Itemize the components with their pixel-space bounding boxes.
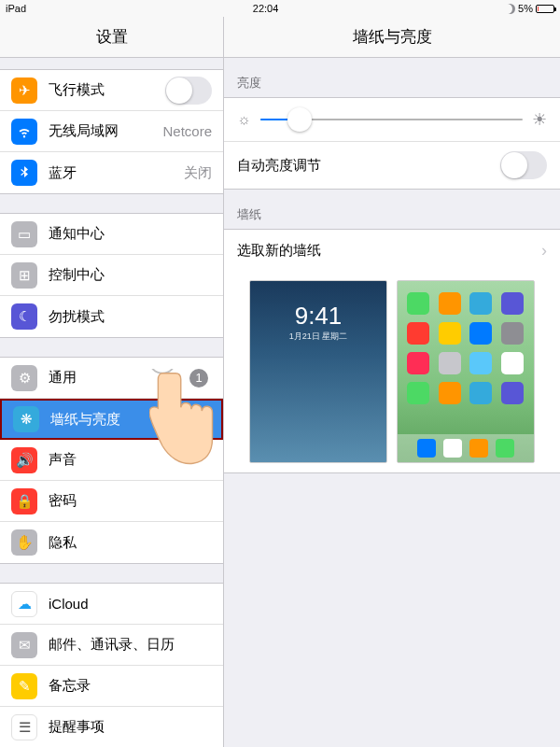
- preview-dock-icon: [417, 439, 436, 458]
- sidebar-item-value: 关闭: [184, 164, 212, 182]
- preview-app-icon: [407, 382, 429, 404]
- sidebar-item-label: 飞行模式: [49, 81, 165, 99]
- icloud-icon: ☁: [11, 591, 37, 617]
- preview-app-icon: [407, 292, 429, 315]
- preview-app-icon: [501, 292, 524, 315]
- device-label: iPad: [6, 3, 26, 14]
- sidebar-group-notify: ▭ 通知中心 ⊞ 控制中心 ☾ 勿扰模式: [0, 213, 223, 338]
- sidebar-item-notes[interactable]: ✎ 备忘录: [0, 666, 223, 707]
- sidebar-item-label: 通用: [49, 369, 189, 387]
- preview-app-icon: [501, 322, 524, 345]
- lock-preview-time: 9:41: [250, 302, 386, 331]
- preview-app-icon: [469, 382, 492, 404]
- sidebar-item-bluetooth[interactable]: 蓝牙 关闭: [0, 152, 223, 193]
- sidebar-item-wallpaper[interactable]: ❋ 墙纸与亮度: [0, 399, 223, 440]
- airplane-toggle[interactable]: [165, 77, 212, 105]
- auto-brightness-toggle[interactable]: [500, 151, 547, 179]
- sidebar-item-label: 墙纸与亮度: [50, 411, 210, 429]
- dnd-icon: ☾: [11, 303, 37, 330]
- preview-app-icon: [439, 352, 461, 374]
- sidebar-item-label: 蓝牙: [49, 164, 184, 182]
- preview-dock-icon: [443, 439, 462, 458]
- sidebar-item-notifications[interactable]: ▭ 通知中心: [0, 214, 223, 255]
- detail-title: 墙纸与亮度: [224, 17, 560, 58]
- wallpaper-icon: ❋: [13, 406, 39, 432]
- homescreen-preview[interactable]: [397, 280, 535, 463]
- brightness-slider-row: ☼ ☀: [224, 98, 560, 141]
- sun-large-icon: ☀: [532, 109, 547, 130]
- sidebar-item-control-center[interactable]: ⊞ 控制中心: [0, 255, 223, 296]
- passcode-icon: 🔒: [11, 488, 37, 514]
- brightness-panel: ☼ ☀ 自动亮度调节: [224, 97, 560, 190]
- general-icon: ⚙: [11, 365, 37, 391]
- preview-app-icon: [501, 352, 524, 374]
- lock-preview-date: 1月21日 星期二: [250, 331, 386, 343]
- preview-dock-icon: [496, 439, 514, 458]
- preview-app-icon: [469, 352, 492, 374]
- wallpaper-previews: 9:41 1月21日 星期二: [224, 271, 560, 472]
- airplane-icon: ✈: [11, 78, 37, 104]
- sidebar-item-label: 提醒事项: [49, 718, 212, 736]
- privacy-icon: ✋: [11, 529, 37, 556]
- notification-icon: ▭: [11, 221, 37, 247]
- select-wallpaper-row[interactable]: 选取新的墙纸 ›: [224, 230, 560, 271]
- sidebar-group-apps: ☁ iCloud ✉ 邮件、通讯录、日历 ✎ 备忘录 ☰ 提醒事项 💬 信息 📷: [0, 583, 223, 747]
- sidebar-item-sounds[interactable]: 🔊 声音: [0, 440, 223, 481]
- wallpaper-panel: 选取新的墙纸 › 9:41 1月21日 星期二: [224, 229, 560, 473]
- sidebar-item-label: iCloud: [49, 596, 212, 612]
- sidebar-item-label: 勿扰模式: [49, 308, 212, 326]
- lockscreen-preview[interactable]: 9:41 1月21日 星期二: [249, 280, 387, 463]
- notes-icon: ✎: [11, 673, 37, 699]
- bluetooth-icon: [11, 160, 37, 186]
- reminders-icon: ☰: [11, 714, 37, 740]
- sidebar-group-network: ✈ 飞行模式 无线局域网 Netcore 蓝牙 关闭: [0, 69, 223, 194]
- preview-app-icon: [439, 382, 461, 404]
- select-wallpaper-label: 选取新的墙纸: [237, 242, 541, 260]
- mail-icon: ✉: [11, 632, 37, 658]
- sidebar-item-value: Netcore: [162, 123, 212, 139]
- preview-app-icon: [469, 322, 492, 345]
- status-bar: iPad 22:04 5%: [0, 0, 560, 17]
- preview-app-icon: [469, 292, 492, 315]
- battery-percent: 5%: [518, 3, 533, 14]
- preview-app-icon: [407, 322, 429, 345]
- wallpaper-header: 墙纸: [224, 190, 560, 229]
- sidebar-item-label: 密码: [49, 492, 212, 510]
- sidebar-item-reminders[interactable]: ☰ 提醒事项: [0, 707, 223, 747]
- sun-small-icon: ☼: [237, 111, 251, 128]
- sidebar-item-label: 隐私: [49, 534, 212, 552]
- chevron-right-icon: ›: [541, 241, 547, 261]
- preview-app-icon: [439, 292, 461, 315]
- sidebar-item-label: 声音: [49, 451, 212, 469]
- auto-brightness-label: 自动亮度调节: [237, 157, 500, 175]
- brightness-slider[interactable]: [260, 119, 523, 120]
- preview-dock-icon: [469, 439, 488, 458]
- sidebar-group-device: ⚙ 通用 1 ❋ 墙纸与亮度 🔊 声音 🔒 密码 ✋ 隐私: [0, 357, 223, 564]
- sidebar-item-wifi[interactable]: 无线局域网 Netcore: [0, 111, 223, 152]
- sidebar-item-label: 邮件、通讯录、日历: [49, 636, 212, 654]
- preview-app-icon: [407, 352, 429, 374]
- sounds-icon: 🔊: [11, 447, 37, 473]
- status-time: 22:04: [26, 3, 505, 14]
- auto-brightness-row: 自动亮度调节: [224, 141, 560, 189]
- sidebar-item-dnd[interactable]: ☾ 勿扰模式: [0, 296, 223, 337]
- sidebar-item-mail[interactable]: ✉ 邮件、通讯录、日历: [0, 625, 223, 666]
- sidebar-item-label: 控制中心: [49, 266, 212, 284]
- dnd-moon-icon: [505, 4, 515, 14]
- detail-pane: 墙纸与亮度 亮度 ☼ ☀ 自动亮度调节 墙纸 选取新的墙纸 ›: [224, 17, 560, 747]
- sidebar-item-label: 无线局域网: [49, 122, 162, 140]
- sidebar-item-airplane[interactable]: ✈ 飞行模式: [0, 70, 223, 111]
- preview-app-icon: [501, 382, 524, 404]
- sidebar-item-passcode[interactable]: 🔒 密码: [0, 481, 223, 522]
- sidebar-item-label: 通知中心: [49, 225, 212, 243]
- sidebar-item-privacy[interactable]: ✋ 隐私: [0, 522, 223, 563]
- sidebar-item-general[interactable]: ⚙ 通用 1: [0, 358, 223, 399]
- preview-app-icon: [439, 322, 461, 345]
- brightness-header: 亮度: [224, 58, 560, 97]
- badge: 1: [189, 369, 208, 388]
- sidebar-item-icloud[interactable]: ☁ iCloud: [0, 584, 223, 625]
- wifi-icon: [11, 119, 37, 145]
- sidebar-item-label: 备忘录: [49, 677, 212, 695]
- settings-sidebar: 设置 ✈ 飞行模式 无线局域网 Netcore 蓝牙 关闭 ▭ 通知中心: [0, 17, 224, 747]
- battery-icon: [536, 5, 554, 13]
